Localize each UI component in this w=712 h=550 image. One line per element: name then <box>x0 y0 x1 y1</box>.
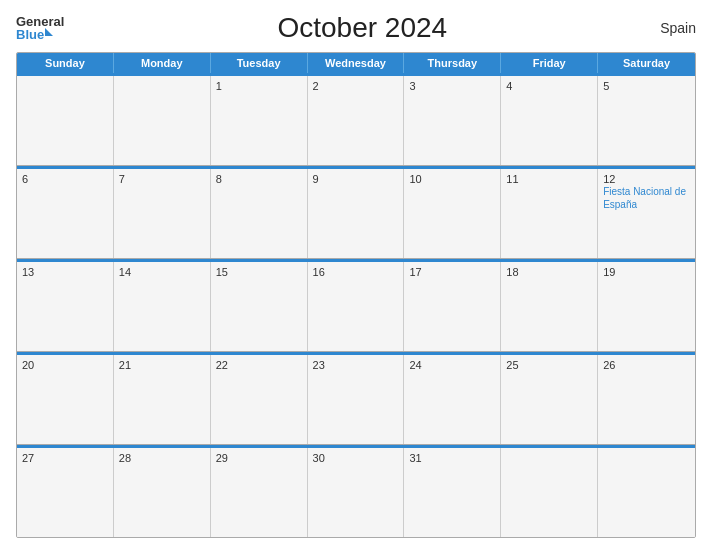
calendar-body: 123456789101112Fiesta Nacional de España… <box>17 73 695 537</box>
calendar-cell <box>598 448 695 537</box>
calendar-cell: 21 <box>114 355 211 444</box>
calendar-cell: 14 <box>114 262 211 351</box>
country-label: Spain <box>660 20 696 36</box>
day-number: 27 <box>22 452 108 464</box>
calendar-cell: 28 <box>114 448 211 537</box>
calendar-cell: 30 <box>308 448 405 537</box>
day-number: 19 <box>603 266 690 278</box>
day-number: 8 <box>216 173 302 185</box>
day-number: 28 <box>119 452 205 464</box>
logo-blue: Blue <box>16 28 44 41</box>
page-header: General Blue October 2024 Spain <box>16 12 696 44</box>
calendar-week-2: 13141516171819 <box>17 259 695 352</box>
calendar-cell <box>114 76 211 165</box>
day-number: 30 <box>313 452 399 464</box>
day-number: 14 <box>119 266 205 278</box>
calendar-cell: 18 <box>501 262 598 351</box>
header-tuesday: Tuesday <box>211 53 308 73</box>
calendar-cell: 16 <box>308 262 405 351</box>
day-number: 4 <box>506 80 592 92</box>
calendar-week-4: 2728293031 <box>17 445 695 537</box>
calendar-cell: 1 <box>211 76 308 165</box>
calendar-cell: 3 <box>404 76 501 165</box>
calendar-cell: 19 <box>598 262 695 351</box>
calendar-cell: 4 <box>501 76 598 165</box>
calendar-cell: 25 <box>501 355 598 444</box>
week-row: 6789101112Fiesta Nacional de España <box>17 169 695 258</box>
day-number: 22 <box>216 359 302 371</box>
logo: General Blue <box>16 15 64 41</box>
header-monday: Monday <box>114 53 211 73</box>
day-number: 29 <box>216 452 302 464</box>
header-wednesday: Wednesday <box>308 53 405 73</box>
holiday-name: Fiesta Nacional de España <box>603 186 686 210</box>
calendar-cell: 29 <box>211 448 308 537</box>
day-number: 16 <box>313 266 399 278</box>
day-number: 23 <box>313 359 399 371</box>
header-saturday: Saturday <box>598 53 695 73</box>
day-number: 24 <box>409 359 495 371</box>
calendar-cell: 11 <box>501 169 598 258</box>
day-number: 13 <box>22 266 108 278</box>
day-number: 9 <box>313 173 399 185</box>
day-number: 25 <box>506 359 592 371</box>
calendar-cell: 26 <box>598 355 695 444</box>
header-friday: Friday <box>501 53 598 73</box>
calendar-cell: 24 <box>404 355 501 444</box>
calendar-page: General Blue October 2024 Spain Sunday M… <box>0 0 712 550</box>
day-number: 10 <box>409 173 495 185</box>
page-title: October 2024 <box>64 12 660 44</box>
calendar-cell: 27 <box>17 448 114 537</box>
calendar-cell: 12Fiesta Nacional de España <box>598 169 695 258</box>
day-number: 26 <box>603 359 690 371</box>
calendar-cell: 13 <box>17 262 114 351</box>
calendar-cell <box>501 448 598 537</box>
day-number: 1 <box>216 80 302 92</box>
calendar-cell: 17 <box>404 262 501 351</box>
week-row: 13141516171819 <box>17 262 695 351</box>
week-row: 12345 <box>17 76 695 165</box>
day-number: 17 <box>409 266 495 278</box>
day-number: 5 <box>603 80 690 92</box>
day-number: 3 <box>409 80 495 92</box>
day-number: 6 <box>22 173 108 185</box>
calendar-cell: 31 <box>404 448 501 537</box>
day-number: 7 <box>119 173 205 185</box>
calendar-week-0: 12345 <box>17 73 695 166</box>
day-number: 20 <box>22 359 108 371</box>
calendar-cell: 8 <box>211 169 308 258</box>
calendar-cell: 22 <box>211 355 308 444</box>
calendar-cell: 2 <box>308 76 405 165</box>
calendar-cell <box>17 76 114 165</box>
calendar: Sunday Monday Tuesday Wednesday Thursday… <box>16 52 696 538</box>
day-number: 15 <box>216 266 302 278</box>
calendar-week-3: 20212223242526 <box>17 352 695 445</box>
calendar-cell: 9 <box>308 169 405 258</box>
week-row: 20212223242526 <box>17 355 695 444</box>
calendar-cell: 7 <box>114 169 211 258</box>
header-sunday: Sunday <box>17 53 114 73</box>
calendar-cell: 23 <box>308 355 405 444</box>
header-thursday: Thursday <box>404 53 501 73</box>
day-number: 2 <box>313 80 399 92</box>
calendar-cell: 6 <box>17 169 114 258</box>
day-number: 18 <box>506 266 592 278</box>
calendar-cell: 15 <box>211 262 308 351</box>
logo-triangle-icon <box>45 28 53 36</box>
calendar-header: Sunday Monday Tuesday Wednesday Thursday… <box>17 53 695 73</box>
day-number: 12 <box>603 173 690 185</box>
day-number: 21 <box>119 359 205 371</box>
calendar-cell: 5 <box>598 76 695 165</box>
day-number: 11 <box>506 173 592 185</box>
calendar-week-1: 6789101112Fiesta Nacional de España <box>17 166 695 259</box>
week-row: 2728293031 <box>17 448 695 537</box>
day-number: 31 <box>409 452 495 464</box>
calendar-cell: 20 <box>17 355 114 444</box>
calendar-cell: 10 <box>404 169 501 258</box>
